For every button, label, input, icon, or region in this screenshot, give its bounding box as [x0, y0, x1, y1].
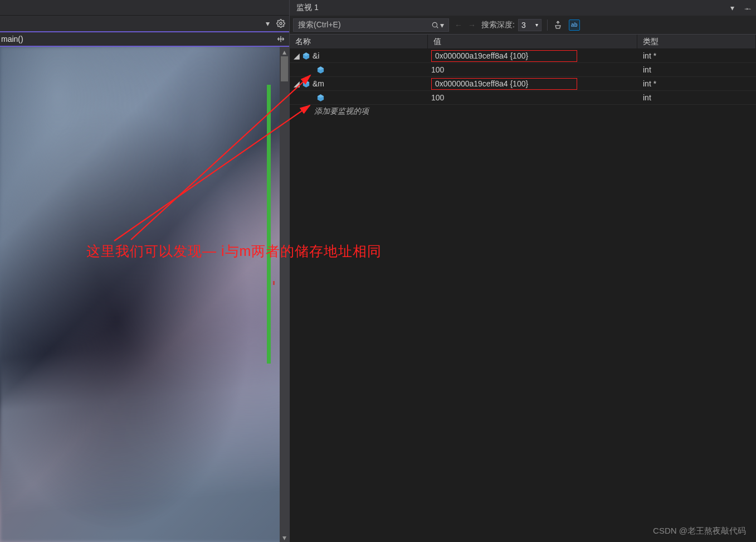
watch-type: int * [637, 77, 756, 90]
watch-name: &i [313, 51, 319, 60]
add-watch-item[interactable]: 添加要监视的项 [290, 105, 756, 118]
watch-type: int [637, 91, 756, 104]
scroll-thumb[interactable] [281, 56, 288, 81]
watch-panel: 监视 1 ▾ 搜索(Ctrl+E) ▾ ← → 搜索深度: 3 [290, 0, 756, 542]
search-prev-icon[interactable]: ← [455, 21, 462, 30]
collapse-icon[interactable]: ◢ [293, 52, 300, 59]
search-depth-value: 3 [521, 21, 526, 30]
table-row[interactable]: 100 int [290, 63, 756, 77]
svg-line-4 [437, 26, 438, 28]
hex-display-icon[interactable]: ab [569, 20, 580, 31]
editor-toolbar: ▾ [0, 16, 289, 32]
search-next-icon[interactable]: → [468, 21, 476, 30]
table-row[interactable]: ◢ &m 0x000000a19ceff8a4 {100} int * [290, 77, 756, 91]
variable-icon [302, 52, 310, 60]
variable-icon [316, 94, 325, 102]
search-input[interactable]: 搜索(Ctrl+E) ▾ [293, 18, 449, 32]
variable-icon [302, 80, 310, 88]
watch-body[interactable]: ◢ &i 0x000000a19ceff8a4 {100} int * 100 … [290, 49, 756, 542]
chevron-down-icon: ▾ [535, 22, 538, 28]
watch-search-bar: 搜索(Ctrl+E) ▾ ← → 搜索深度: 3 ▾ ab [290, 16, 756, 35]
col-header-name[interactable]: 名称 [290, 35, 428, 49]
window-options-icon[interactable]: ▾ [727, 3, 737, 13]
watch-value: 100 [428, 63, 637, 76]
split-icon[interactable] [276, 34, 286, 44]
watch-value: 100 [428, 91, 637, 104]
search-dropdown-icon[interactable]: ▾ [440, 21, 444, 30]
svg-point-3 [432, 22, 437, 27]
scroll-up-arrow[interactable]: ▴ [280, 47, 289, 56]
pin-icon[interactable] [743, 3, 753, 13]
watch-type: int * [637, 49, 756, 62]
table-row[interactable]: 100 int [290, 91, 756, 105]
editor-menubar [0, 0, 289, 16]
current-function-label: main() [1, 35, 23, 43]
col-header-value[interactable]: 值 [428, 35, 637, 49]
pin-toggle-icon[interactable] [553, 20, 563, 30]
chevron-down-icon[interactable]: ▾ [262, 18, 272, 28]
watch-name: &m [313, 79, 324, 88]
vertical-scrollbar[interactable]: ▴ ▾ [280, 47, 289, 542]
watch-value: 0x000000a19ceff8a4 {100} [431, 78, 577, 90]
variable-icon [316, 66, 325, 74]
watch-value: 0x000000a19ceff8a4 {100} [431, 50, 577, 62]
watch-type: int [637, 63, 756, 76]
search-icon[interactable] [431, 21, 439, 29]
col-header-type[interactable]: 类型 [637, 35, 756, 49]
collapse-icon[interactable]: ◢ [293, 80, 300, 87]
search-depth-select[interactable]: 3 ▾ [518, 19, 542, 31]
editor-viewport[interactable]: ▴ ▾ [0, 47, 289, 542]
spacer [308, 66, 314, 73]
breakpoint-marker [273, 281, 275, 285]
search-depth-label: 搜索深度: [481, 20, 515, 30]
code-change-marker [267, 85, 271, 364]
watch-panel-title: 监视 1 [296, 3, 319, 13]
code-editor-pane: ▾ main() ▴ ▾ [0, 0, 290, 542]
spacer [308, 94, 314, 101]
table-row[interactable]: ◢ &i 0x000000a19ceff8a4 {100} int * [290, 49, 756, 63]
gear-icon[interactable] [276, 18, 286, 28]
scroll-down-arrow[interactable]: ▾ [280, 533, 289, 542]
watch-panel-titlebar: 监视 1 ▾ [290, 0, 756, 16]
svg-point-0 [280, 22, 282, 25]
watch-columns-header: 名称 值 类型 [290, 35, 756, 49]
editor-function-header: main() [0, 32, 289, 47]
search-placeholder: 搜索(Ctrl+E) [298, 20, 341, 30]
